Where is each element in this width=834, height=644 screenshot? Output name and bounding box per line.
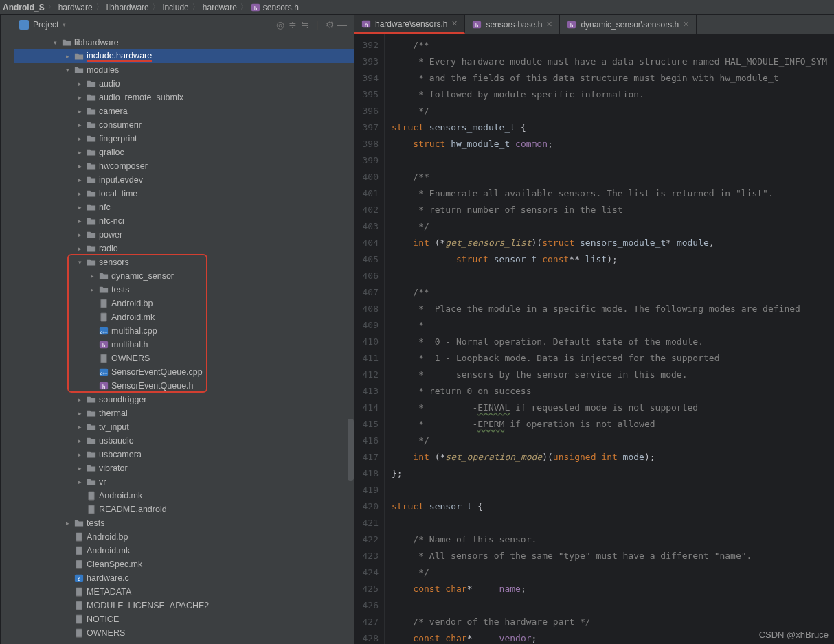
- tree-item-readme-android[interactable]: README.android: [14, 503, 354, 516]
- tree-item-owners[interactable]: OWNERS: [14, 626, 354, 640]
- tree-arrow-icon[interactable]: ▸: [76, 451, 84, 458]
- tree-item-modules[interactable]: ▾modules: [14, 63, 354, 77]
- tree-arrow-icon[interactable]: ▾: [51, 39, 59, 46]
- tree-item-tests[interactable]: ▸tests: [14, 283, 354, 297]
- tree-arrow-icon[interactable]: ▸: [76, 231, 84, 238]
- tree-arrow-icon[interactable]: ▸: [76, 163, 84, 170]
- tree-arrow-icon[interactable]: ▸: [76, 479, 84, 485]
- tree-item-metadata[interactable]: METADATA: [14, 585, 354, 599]
- tree-item-vibrator[interactable]: ▸vibrator: [14, 461, 354, 475]
- tree-item-local_time[interactable]: ▸local_time: [14, 187, 354, 200]
- crumb-hardware2[interactable]: hardware: [203, 3, 237, 12]
- tree-arrow-icon[interactable]: ▸: [76, 218, 84, 225]
- tree-item-notice[interactable]: NOTICE: [14, 612, 354, 626]
- code-area[interactable]: 392 393 394 395 396 397 398 399 400 401 …: [354, 34, 834, 644]
- tree-arrow-icon[interactable]: ▸: [76, 80, 84, 87]
- tree-item-gralloc[interactable]: ▸gralloc: [14, 146, 354, 159]
- header-file-icon: h: [567, 20, 576, 30]
- tree-item-multihal-cpp[interactable]: c++multihal.cpp: [14, 324, 354, 338]
- project-panel-title[interactable]: Project: [33, 20, 58, 30]
- tree-item-multihal-h[interactable]: hmultihal.h: [14, 338, 354, 352]
- tree-item-module_license_apache2[interactable]: MODULE_LICENSE_APACHE2: [14, 599, 354, 612]
- tree-item-camera[interactable]: ▸camera: [14, 104, 354, 118]
- editor-tab-2[interactable]: hdynamic_sensor\sensors.h✕: [560, 15, 697, 34]
- tree-arrow-icon[interactable]: ▸: [76, 396, 84, 403]
- tree-item-thermal[interactable]: ▸thermal: [14, 406, 354, 420]
- settings-icon[interactable]: ⚙: [324, 19, 336, 31]
- select-opened-file-icon[interactable]: ◎: [274, 19, 286, 31]
- collapse-all-icon[interactable]: ≒: [299, 19, 311, 31]
- tree-arrow-icon[interactable]: ▸: [76, 424, 84, 430]
- tree-item-nfc-nci[interactable]: ▸nfc-nci: [14, 214, 354, 228]
- tree-item-power[interactable]: ▸power: [14, 228, 354, 242]
- tree-item-audio_remote_submix[interactable]: ▸audio_remote_submix: [14, 91, 354, 104]
- tree-item-usbcamera[interactable]: ▸usbcamera: [14, 448, 354, 461]
- tab-close-icon[interactable]: ✕: [546, 20, 552, 29]
- tree-item-usbaudio[interactable]: ▸usbaudio: [14, 434, 354, 448]
- tree-item-owners[interactable]: OWNERS: [14, 352, 354, 365]
- tree-item-android-mk[interactable]: Android.mk: [14, 544, 354, 557]
- crumb-libhardware[interactable]: libhardware: [106, 3, 149, 12]
- tree-item-sensors[interactable]: ▾sensors: [14, 255, 354, 269]
- folder-icon: [87, 216, 96, 226]
- project-panel: Project ▾ ◎ ≑ ≒ | ⚙ — ▾libhardware▸inclu…: [14, 15, 354, 644]
- tree-item-libhardware[interactable]: ▾libhardware: [14, 36, 354, 49]
- tree-arrow-icon[interactable]: ▸: [76, 410, 84, 417]
- tree-item-sensoreventqueue-cpp[interactable]: c++SensorEventQueue.cpp: [14, 365, 354, 379]
- tree-arrow-icon[interactable]: ▸: [76, 108, 84, 115]
- tree-item-audio[interactable]: ▸audio: [14, 77, 354, 91]
- expand-all-icon[interactable]: ≑: [286, 19, 299, 31]
- crumb-root[interactable]: Android_S: [3, 3, 45, 12]
- tree-item-android-bp[interactable]: Android.bp: [14, 297, 354, 310]
- tree-arrow-icon[interactable]: ▸: [76, 135, 84, 142]
- tree-item-sensoreventqueue-h[interactable]: hSensorEventQueue.h: [14, 379, 354, 393]
- editor-tab-1[interactable]: hsensors-base.h✕: [465, 15, 560, 34]
- folder-icon: [87, 409, 96, 418]
- code-content[interactable]: /** * Every hardware module must have a …: [385, 34, 834, 644]
- tree-arrow-icon[interactable]: ▸: [76, 437, 84, 444]
- editor-tab-0[interactable]: hhardware\sensors.h✕: [354, 15, 465, 34]
- tree-arrow-icon[interactable]: ▾: [76, 259, 84, 266]
- tree-arrow-icon[interactable]: ▸: [63, 53, 71, 60]
- tree-arrow-icon[interactable]: ▸: [76, 149, 84, 156]
- tree-item-hardware-c[interactable]: chardware.c: [14, 571, 354, 585]
- tab-close-icon[interactable]: ✕: [683, 20, 689, 29]
- tree-item-cleanspec-mk[interactable]: CleanSpec.mk: [14, 557, 354, 571]
- tree-item-android-mk[interactable]: Android.mk: [14, 489, 354, 503]
- tree-item-tests[interactable]: ▸tests: [14, 516, 354, 530]
- crumb-file[interactable]: sensors.h: [263, 3, 299, 12]
- tree-item-input-evdev[interactable]: ▸input.evdev: [14, 173, 354, 187]
- tree-item-nfc[interactable]: ▸nfc: [14, 200, 354, 214]
- tab-close-icon[interactable]: ✕: [451, 19, 458, 28]
- tree-arrow-icon[interactable]: ▸: [76, 204, 84, 211]
- tree-arrow-icon[interactable]: ▸: [76, 176, 84, 183]
- tree-item-android-bp[interactable]: Android.bp: [14, 530, 354, 544]
- dropdown-icon[interactable]: ▾: [63, 21, 66, 28]
- tree-arrow-icon[interactable]: ▸: [76, 190, 84, 197]
- tree-arrow-icon[interactable]: ▸: [88, 273, 96, 279]
- tree-item-fingerprint[interactable]: ▸fingerprint: [14, 132, 354, 146]
- tree-item-tv_input[interactable]: ▸tv_input: [14, 420, 354, 434]
- tree-item-radio[interactable]: ▸radio: [14, 242, 354, 255]
- svg-rect-34: [76, 629, 82, 637]
- tree-item-android-mk[interactable]: Android.mk: [14, 310, 354, 324]
- crumb-hardware[interactable]: hardware: [58, 3, 93, 12]
- tree-arrow-icon[interactable]: ▾: [63, 67, 71, 73]
- minimize-icon[interactable]: —: [336, 19, 348, 31]
- tree-arrow-icon[interactable]: ▸: [76, 94, 84, 101]
- crumb-include[interactable]: include: [163, 3, 189, 12]
- tree-item-consumerir[interactable]: ▸consumerir: [14, 118, 354, 132]
- tree-item-vr[interactable]: ▸vr: [14, 475, 354, 489]
- project-tree[interactable]: ▾libhardware▸include.hardware▾modules▸au…: [14, 34, 354, 644]
- tree-arrow-icon[interactable]: ▸: [88, 286, 96, 293]
- tree-item-hwcomposer[interactable]: ▸hwcomposer: [14, 159, 354, 173]
- crumb-sep-icon: 〉: [95, 1, 104, 13]
- tree-item-include-hardware[interactable]: ▸include.hardware: [14, 49, 354, 63]
- tree-arrow-icon[interactable]: ▸: [63, 520, 71, 527]
- tree-arrow-icon[interactable]: ▸: [76, 465, 84, 472]
- tree-scrollbar[interactable]: [348, 419, 354, 481]
- tree-item-soundtrigger[interactable]: ▸soundtrigger: [14, 393, 354, 406]
- tree-item-dynamic_sensor[interactable]: ▸dynamic_sensor: [14, 269, 354, 283]
- tree-arrow-icon[interactable]: ▸: [76, 122, 84, 128]
- tree-arrow-icon[interactable]: ▸: [76, 245, 84, 252]
